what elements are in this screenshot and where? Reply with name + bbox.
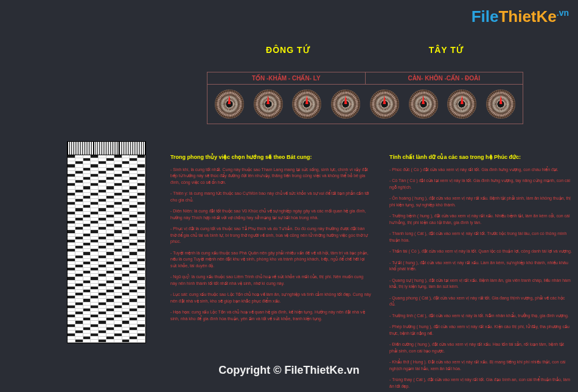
table-cell — [106, 312, 114, 314]
table-cell — [68, 259, 75, 261]
table-cell — [99, 240, 106, 242]
table-cell — [83, 164, 91, 167]
table-cell — [106, 174, 114, 177]
table-cell — [122, 299, 130, 301]
table-cell — [106, 259, 114, 261]
table-cell — [91, 199, 99, 201]
table-cell — [68, 208, 75, 211]
table-cell — [122, 212, 130, 214]
table-cell — [75, 296, 83, 298]
table-cell — [122, 161, 130, 164]
table-cell — [68, 205, 75, 208]
table-cell — [91, 193, 99, 195]
table-cell — [106, 183, 114, 186]
table-cell — [75, 256, 83, 258]
table-cell — [138, 224, 145, 226]
table-cell — [83, 202, 91, 205]
table-cell — [114, 237, 122, 239]
table-cell — [68, 256, 75, 258]
table-cell — [122, 318, 130, 320]
table-cell — [130, 324, 138, 327]
table-cell — [122, 259, 130, 261]
table-cell — [114, 334, 122, 336]
table-cell — [138, 227, 145, 229]
table-cell — [91, 171, 99, 173]
table-cell — [99, 212, 106, 214]
header-title-east: ĐÔNG TỨ — [266, 45, 310, 55]
table-cell — [106, 337, 114, 339]
table-cell — [122, 252, 130, 254]
table-cell — [75, 161, 83, 164]
table-cell — [106, 303, 114, 305]
table-cell — [68, 252, 75, 254]
table-cell — [130, 227, 138, 229]
table-cell — [122, 331, 130, 333]
table-cell — [91, 318, 99, 320]
table-cell — [138, 268, 145, 270]
table-cell — [99, 234, 106, 236]
table-cell — [106, 287, 114, 289]
table-cell — [75, 324, 83, 327]
table-cell — [138, 177, 145, 180]
compass-icon — [409, 89, 438, 119]
table-cell — [130, 218, 138, 220]
table-cell — [68, 324, 75, 327]
table-cell — [114, 290, 122, 292]
table-cell — [68, 171, 75, 173]
table-cell — [83, 227, 91, 229]
table-cell — [91, 324, 99, 327]
table-cell — [138, 337, 145, 339]
table-cell — [75, 234, 83, 236]
table-cell — [83, 205, 91, 208]
table-cell — [68, 193, 75, 195]
table-cell — [68, 180, 75, 183]
table-cell — [99, 299, 106, 301]
table-cell — [91, 208, 99, 211]
table-cell — [130, 277, 138, 279]
table-cell — [83, 193, 91, 195]
table-cell — [83, 243, 91, 245]
table-cell — [114, 161, 122, 164]
table-cell — [68, 237, 75, 239]
table-cell — [68, 218, 75, 220]
copyright-text: Copyright © FileThietKe.vn — [0, 364, 578, 377]
table-cell — [68, 306, 75, 308]
compass-icon — [331, 89, 360, 119]
table-cell — [75, 252, 83, 254]
table-cell — [122, 183, 130, 186]
table-cell — [91, 161, 99, 164]
table-cell — [75, 202, 83, 205]
table-cell — [75, 221, 83, 223]
table-cell — [130, 237, 138, 239]
table-cell — [130, 296, 138, 298]
content-paragraph: - Lục sát: cung xấu thuộc sao Lộc Tồn ch… — [170, 292, 371, 304]
table-cell — [99, 287, 106, 289]
watermark-logo: FileThietKe.vn — [472, 7, 569, 26]
table-cell — [83, 177, 91, 180]
table-cell — [83, 321, 91, 323]
table-cell — [130, 196, 138, 198]
table-cell — [83, 303, 91, 305]
table-cell — [91, 243, 99, 245]
table-cell — [122, 324, 130, 327]
table-cell — [114, 262, 122, 264]
table-cell — [91, 237, 99, 239]
table-cell — [138, 164, 145, 167]
table-cell — [68, 290, 75, 292]
table-cell — [114, 199, 122, 201]
table-cell — [122, 271, 130, 273]
table-cell — [114, 221, 122, 223]
table-cell — [138, 277, 145, 279]
table-cell — [122, 296, 130, 298]
table-cell — [138, 158, 145, 161]
table-cell — [99, 324, 106, 327]
table-cell — [130, 158, 138, 161]
table-cell — [130, 215, 138, 217]
table-cell — [68, 303, 75, 305]
table-cell — [138, 334, 145, 336]
table-cell — [99, 312, 106, 314]
table-cell — [106, 334, 114, 336]
table-cell — [91, 284, 99, 286]
table-cell — [122, 177, 130, 180]
table-cell — [75, 340, 83, 342]
